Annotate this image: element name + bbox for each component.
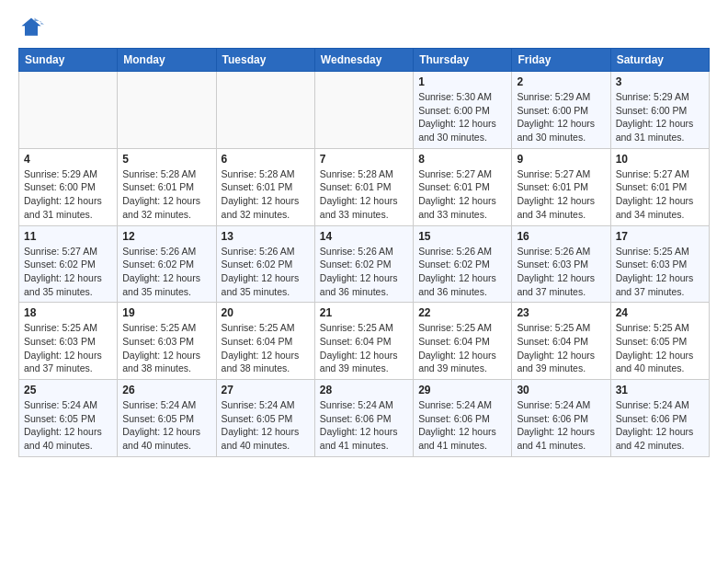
calendar-cell: 19Sunrise: 5:25 AM Sunset: 6:03 PM Dayli… xyxy=(118,303,216,380)
week-row-1: 1Sunrise: 5:30 AM Sunset: 6:00 PM Daylig… xyxy=(19,72,710,149)
day-number: 20 xyxy=(222,306,310,319)
calendar-cell: 9Sunrise: 5:27 AM Sunset: 6:01 PM Daylig… xyxy=(512,148,610,225)
day-info: Sunrise: 5:26 AM Sunset: 6:02 PM Dayligh… xyxy=(418,245,506,299)
week-row-5: 25Sunrise: 5:24 AM Sunset: 6:05 PM Dayli… xyxy=(19,380,710,457)
day-number: 24 xyxy=(616,306,704,319)
calendar-cell: 28Sunrise: 5:24 AM Sunset: 6:06 PM Dayli… xyxy=(314,380,413,457)
day-number: 26 xyxy=(122,384,210,396)
day-number: 8 xyxy=(418,153,506,166)
day-info: Sunrise: 5:24 AM Sunset: 6:06 PM Dayligh… xyxy=(418,398,506,453)
day-number: 7 xyxy=(320,153,408,166)
calendar-header-row: SundayMondayTuesdayWednesdayThursdayFrid… xyxy=(19,49,710,72)
day-info: Sunrise: 5:27 AM Sunset: 6:01 PM Dayligh… xyxy=(616,167,704,222)
header xyxy=(18,15,710,40)
day-number: 17 xyxy=(616,230,704,243)
calendar-cell: 17Sunrise: 5:25 AM Sunset: 6:03 PM Dayli… xyxy=(610,225,709,303)
day-number: 19 xyxy=(122,306,210,319)
calendar-cell: 20Sunrise: 5:25 AM Sunset: 6:04 PM Dayli… xyxy=(216,303,314,380)
day-info: Sunrise: 5:24 AM Sunset: 6:06 PM Dayligh… xyxy=(616,398,704,453)
day-number: 18 xyxy=(24,306,112,319)
calendar-cell xyxy=(118,72,216,149)
calendar-cell: 21Sunrise: 5:25 AM Sunset: 6:04 PM Dayli… xyxy=(314,303,413,380)
day-info: Sunrise: 5:24 AM Sunset: 6:06 PM Dayligh… xyxy=(320,398,408,453)
day-number: 1 xyxy=(418,75,506,88)
day-number: 25 xyxy=(24,384,112,396)
logo xyxy=(18,15,48,40)
calendar-cell xyxy=(19,72,118,149)
day-number: 15 xyxy=(418,230,506,243)
day-number: 29 xyxy=(418,384,506,396)
day-info: Sunrise: 5:26 AM Sunset: 6:02 PM Dayligh… xyxy=(122,245,210,299)
calendar-cell: 24Sunrise: 5:25 AM Sunset: 6:05 PM Dayli… xyxy=(610,303,709,380)
day-info: Sunrise: 5:24 AM Sunset: 6:05 PM Dayligh… xyxy=(222,398,310,453)
calendar-cell: 5Sunrise: 5:28 AM Sunset: 6:01 PM Daylig… xyxy=(118,148,216,225)
day-number: 10 xyxy=(616,153,704,166)
calendar-cell: 1Sunrise: 5:30 AM Sunset: 6:00 PM Daylig… xyxy=(414,72,512,149)
day-number: 2 xyxy=(517,75,605,88)
week-row-3: 11Sunrise: 5:27 AM Sunset: 6:02 PM Dayli… xyxy=(19,225,710,303)
calendar-cell: 22Sunrise: 5:25 AM Sunset: 6:04 PM Dayli… xyxy=(414,303,512,380)
calendar-cell: 4Sunrise: 5:29 AM Sunset: 6:00 PM Daylig… xyxy=(19,148,118,225)
calendar-cell: 18Sunrise: 5:25 AM Sunset: 6:03 PM Dayli… xyxy=(19,303,118,380)
day-info: Sunrise: 5:24 AM Sunset: 6:06 PM Dayligh… xyxy=(517,398,605,453)
day-number: 31 xyxy=(616,384,704,396)
day-info: Sunrise: 5:25 AM Sunset: 6:04 PM Dayligh… xyxy=(418,321,506,375)
day-info: Sunrise: 5:29 AM Sunset: 6:00 PM Dayligh… xyxy=(616,90,704,144)
calendar-cell xyxy=(314,72,413,149)
day-info: Sunrise: 5:26 AM Sunset: 6:03 PM Dayligh… xyxy=(517,245,605,299)
calendar-cell: 30Sunrise: 5:24 AM Sunset: 6:06 PM Dayli… xyxy=(512,380,610,457)
day-info: Sunrise: 5:28 AM Sunset: 6:01 PM Dayligh… xyxy=(320,167,408,222)
day-info: Sunrise: 5:25 AM Sunset: 6:03 PM Dayligh… xyxy=(122,321,210,375)
day-number: 9 xyxy=(517,153,605,166)
header-sunday: Sunday xyxy=(19,49,118,72)
calendar: SundayMondayTuesdayWednesdayThursdayFrid… xyxy=(18,48,710,457)
day-info: Sunrise: 5:27 AM Sunset: 6:01 PM Dayligh… xyxy=(418,167,506,222)
day-info: Sunrise: 5:28 AM Sunset: 6:01 PM Dayligh… xyxy=(222,167,310,222)
calendar-cell: 16Sunrise: 5:26 AM Sunset: 6:03 PM Dayli… xyxy=(512,225,610,303)
day-number: 30 xyxy=(517,384,605,396)
calendar-cell: 7Sunrise: 5:28 AM Sunset: 6:01 PM Daylig… xyxy=(314,148,413,225)
day-info: Sunrise: 5:25 AM Sunset: 6:05 PM Dayligh… xyxy=(616,321,704,375)
day-number: 5 xyxy=(122,153,210,166)
calendar-cell: 11Sunrise: 5:27 AM Sunset: 6:02 PM Dayli… xyxy=(19,225,118,303)
day-info: Sunrise: 5:26 AM Sunset: 6:02 PM Dayligh… xyxy=(222,245,310,299)
calendar-cell: 15Sunrise: 5:26 AM Sunset: 6:02 PM Dayli… xyxy=(414,225,512,303)
calendar-cell: 26Sunrise: 5:24 AM Sunset: 6:05 PM Dayli… xyxy=(118,380,216,457)
day-info: Sunrise: 5:28 AM Sunset: 6:01 PM Dayligh… xyxy=(122,167,210,222)
week-row-4: 18Sunrise: 5:25 AM Sunset: 6:03 PM Dayli… xyxy=(19,303,710,380)
header-saturday: Saturday xyxy=(610,49,709,72)
day-number: 28 xyxy=(320,384,408,396)
week-row-2: 4Sunrise: 5:29 AM Sunset: 6:00 PM Daylig… xyxy=(19,148,710,225)
day-info: Sunrise: 5:25 AM Sunset: 6:03 PM Dayligh… xyxy=(24,321,112,375)
day-info: Sunrise: 5:30 AM Sunset: 6:00 PM Dayligh… xyxy=(418,90,506,144)
day-info: Sunrise: 5:25 AM Sunset: 6:04 PM Dayligh… xyxy=(320,321,408,375)
day-info: Sunrise: 5:26 AM Sunset: 6:02 PM Dayligh… xyxy=(320,245,408,299)
header-tuesday: Tuesday xyxy=(216,49,314,72)
day-number: 21 xyxy=(320,306,408,319)
calendar-cell: 27Sunrise: 5:24 AM Sunset: 6:05 PM Dayli… xyxy=(216,380,314,457)
calendar-cell: 25Sunrise: 5:24 AM Sunset: 6:05 PM Dayli… xyxy=(19,380,118,457)
day-info: Sunrise: 5:24 AM Sunset: 6:05 PM Dayligh… xyxy=(122,398,210,453)
day-info: Sunrise: 5:27 AM Sunset: 6:02 PM Dayligh… xyxy=(24,245,112,299)
day-info: Sunrise: 5:25 AM Sunset: 6:04 PM Dayligh… xyxy=(222,321,310,375)
header-wednesday: Wednesday xyxy=(314,49,413,72)
calendar-cell: 6Sunrise: 5:28 AM Sunset: 6:01 PM Daylig… xyxy=(216,148,314,225)
day-number: 4 xyxy=(24,153,112,166)
day-number: 11 xyxy=(24,230,112,243)
day-info: Sunrise: 5:29 AM Sunset: 6:00 PM Dayligh… xyxy=(517,90,605,144)
calendar-cell xyxy=(216,72,314,149)
day-number: 23 xyxy=(517,306,605,319)
day-number: 3 xyxy=(616,75,704,88)
header-monday: Monday xyxy=(118,49,216,72)
day-number: 12 xyxy=(122,230,210,243)
calendar-cell: 31Sunrise: 5:24 AM Sunset: 6:06 PM Dayli… xyxy=(610,380,709,457)
calendar-cell: 2Sunrise: 5:29 AM Sunset: 6:00 PM Daylig… xyxy=(512,72,610,149)
day-number: 14 xyxy=(320,230,408,243)
calendar-cell: 23Sunrise: 5:25 AM Sunset: 6:04 PM Dayli… xyxy=(512,303,610,380)
day-number: 6 xyxy=(222,153,310,166)
day-info: Sunrise: 5:25 AM Sunset: 6:03 PM Dayligh… xyxy=(616,245,704,299)
calendar-cell: 8Sunrise: 5:27 AM Sunset: 6:01 PM Daylig… xyxy=(414,148,512,225)
header-friday: Friday xyxy=(512,49,610,72)
calendar-cell: 13Sunrise: 5:26 AM Sunset: 6:02 PM Dayli… xyxy=(216,225,314,303)
day-number: 27 xyxy=(222,384,310,396)
